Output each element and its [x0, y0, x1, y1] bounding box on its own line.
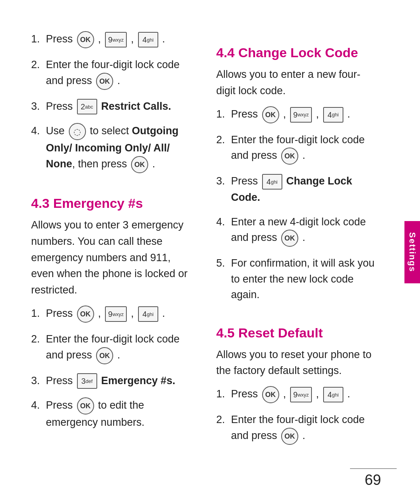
section-43-heading: 4.3 Emergency #s [31, 196, 193, 211]
ok-button-icon: OK [96, 347, 113, 364]
step-num: 2. [31, 57, 46, 73]
restrict-calls-label: Restrict Calls. [101, 100, 171, 112]
step-num: 4. [216, 214, 231, 230]
step-num: 4. [31, 123, 46, 139]
page-number: 69 [365, 472, 381, 488]
step-num: 3. [31, 98, 46, 114]
step-num: 1. [216, 386, 231, 402]
change-lock-label: Change Lock Code. [231, 175, 352, 203]
step-content: Enter the four-digit lock code and press… [231, 132, 378, 165]
step-num: 1. [31, 31, 46, 47]
step-num: 1. [31, 306, 46, 321]
step-43-4: 4. Press OK to edit the emergency number… [31, 397, 193, 430]
step-43-1: 1. Press OK , 9wxyz , 4ghi . [31, 306, 193, 323]
step-num: 2. [31, 331, 46, 347]
step-intro-4: 4. Use ◌ to select Outgoing Only/ Incomi… [31, 123, 193, 173]
ok-button-icon: OK [262, 106, 279, 123]
step-content: Enter the four-digit lock code and press… [46, 57, 193, 90]
section-45: 4.5 Reset Default Allows you to reset yo… [216, 311, 378, 453]
step-num: 2. [216, 412, 231, 428]
ok-button-icon: OK [77, 31, 94, 48]
step-num: 3. [31, 373, 46, 389]
step-44-2: 2. Enter the four-digit lock code and pr… [216, 132, 378, 165]
ok-button-icon: OK [281, 230, 298, 247]
ok-button-icon: OK [77, 397, 94, 414]
step-content: Enter the four-digit lock code and press… [231, 412, 378, 445]
step-content: Press OK , 9wxyz , 4ghi . [231, 106, 378, 123]
outgoing-options-label: Outgoing Only/ Incoming Only/ All/ None [46, 125, 178, 170]
step-content: Press 4ghi Change Lock Code. [231, 173, 378, 205]
step-content: Press OK , 9wxyz , 4ghi . [231, 386, 378, 403]
step-content: Use ◌ to select Outgoing Only/ Incoming … [46, 123, 193, 173]
page-divider [350, 468, 397, 469]
ok-button-icon: OK [131, 156, 148, 173]
key-4-icon: 4ghi [138, 306, 158, 322]
step-44-4: 4. Enter a new 4-digit lock code and pre… [216, 214, 378, 247]
step-content: Press OK to edit the emergency numbers. [46, 397, 193, 430]
left-column: 1. Press OK , 9wxyz , 4ghi . 2. Enter th… [31, 31, 193, 473]
intro-steps: 1. Press OK , 9wxyz , 4ghi . 2. Enter th… [31, 31, 193, 182]
step-intro-3: 3. Press 2abc Restrict Calls. [31, 98, 193, 115]
ok-button-icon: OK [77, 306, 94, 323]
key-9-icon: 9wxyz [290, 387, 312, 402]
step-content: Press OK , 9wxyz , 4ghi . [46, 31, 193, 48]
emergency-label: Emergency #s. [101, 375, 175, 386]
content-area: 1. Press OK , 9wxyz , 4ghi . 2. Enter th… [0, 0, 401, 504]
ok-button-icon: OK [262, 386, 279, 403]
step-num: 3. [216, 173, 231, 189]
step-content: Enter the four-digit lock code and press… [46, 331, 193, 364]
sidebar-tab: Settings [404, 221, 420, 283]
key-4-icon: 4ghi [138, 32, 158, 47]
ok-button-icon: OK [281, 428, 298, 445]
nav-icon: ◌ [69, 123, 86, 140]
section-44: 4.4 Change Lock Code Allows you to enter… [216, 31, 378, 311]
key-4b-icon: 4ghi [262, 174, 282, 190]
step-44-3: 3. Press 4ghi Change Lock Code. [216, 173, 378, 205]
step-intro-2: 2. Enter the four-digit lock code and pr… [31, 57, 193, 90]
section-43-body: Allows you to enter 3 emergency numbers.… [31, 217, 193, 299]
step-43-3: 3. Press 3def Emergency #s. [31, 373, 193, 389]
key-2-icon: 2abc [77, 99, 97, 114]
key-9-icon: 9wxyz [105, 32, 127, 47]
key-4-icon: 4ghi [323, 107, 343, 123]
right-column: 4.4 Change Lock Code Allows you to enter… [216, 31, 378, 473]
step-44-1: 1. Press OK , 9wxyz , 4ghi . [216, 106, 378, 123]
key-4-icon: 4ghi [323, 387, 343, 402]
section-45-heading: 4.5 Reset Default [216, 325, 378, 341]
step-content: Press 2abc Restrict Calls. [46, 98, 193, 115]
step-content: Enter a new 4-digit lock code and press … [231, 214, 378, 247]
section-44-body: Allows you to enter a new four-digit loc… [216, 67, 378, 99]
section-43: 4.3 Emergency #s Allows you to enter 3 e… [31, 182, 193, 439]
key-9-icon: 9wxyz [290, 107, 312, 123]
key-9-icon: 9wxyz [105, 306, 127, 322]
step-45-2: 2. Enter the four-digit lock code and pr… [216, 412, 378, 445]
section-45-body: Allows you to reset your phone to the fa… [216, 347, 378, 379]
step-content: Press OK , 9wxyz , 4ghi . [46, 306, 193, 323]
step-num: 1. [216, 106, 231, 122]
step-content: Press 3def Emergency #s. [46, 373, 193, 389]
step-43-2: 2. Enter the four-digit lock code and pr… [31, 331, 193, 364]
ok-button-icon: OK [96, 73, 113, 90]
section-44-heading: 4.4 Change Lock Code [216, 45, 378, 60]
page-container: 1. Press OK , 9wxyz , 4ghi . 2. Enter th… [0, 0, 420, 504]
step-num: 4. [31, 397, 46, 413]
ok-button-icon: OK [281, 148, 298, 165]
step-num: 5. [216, 255, 231, 271]
step-content: For confirmation, it will ask you to ent… [231, 255, 378, 303]
key-3-icon: 3def [77, 373, 97, 389]
sidebar-label: Settings [407, 232, 417, 272]
step-45-1: 1. Press OK , 9wxyz , 4ghi . [216, 386, 378, 403]
sidebar: Settings [401, 0, 420, 504]
step-num: 2. [216, 132, 231, 148]
step-44-5: 5. For confirmation, it will ask you to … [216, 255, 378, 303]
step-intro-1: 1. Press OK , 9wxyz , 4ghi . [31, 31, 193, 48]
